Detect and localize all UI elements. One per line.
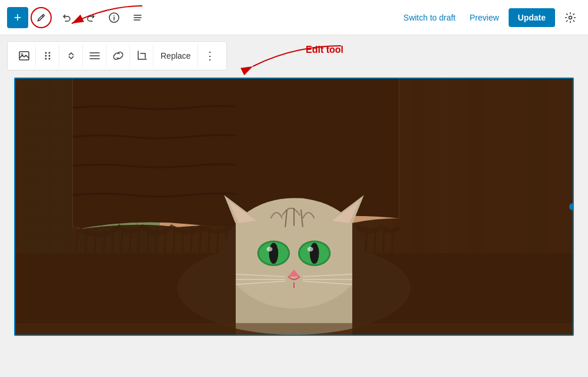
image-block-container	[7, 78, 581, 336]
toolbar-left-group: +	[7, 7, 396, 28]
align-button[interactable]	[83, 44, 106, 68]
svg-point-11	[45, 52, 46, 54]
svg-point-16	[48, 58, 50, 60]
replace-button[interactable]: Replace	[153, 44, 198, 68]
toolbar-right-group: Switch to draft Preview Update	[399, 7, 581, 28]
image-icon	[18, 50, 30, 62]
cat-scene-svg	[15, 79, 573, 335]
svg-point-99	[266, 247, 272, 251]
image-block[interactable]	[14, 78, 574, 336]
svg-rect-108	[15, 323, 573, 335]
svg-point-8	[569, 16, 572, 19]
svg-point-12	[48, 52, 50, 54]
svg-point-14	[48, 55, 50, 57]
svg-rect-9	[19, 52, 29, 60]
gear-icon	[564, 12, 576, 23]
svg-point-4	[113, 15, 115, 16]
preview-button[interactable]: Preview	[465, 9, 504, 26]
top-toolbar: +	[0, 0, 588, 35]
switch-to-draft-button[interactable]: Switch to draft	[399, 9, 460, 26]
edit-tool-arrow-svg: Edit tool	[235, 40, 353, 75]
move-up-down-button[interactable]	[59, 44, 83, 68]
drag-handle-button[interactable]	[36, 44, 59, 68]
edit-mode-button[interactable]	[31, 7, 52, 28]
block-toolbar-wrapper: Replace ⋮ Edit tool	[0, 41, 588, 70]
svg-point-13	[45, 55, 46, 57]
arrows-updown-icon	[66, 51, 76, 61]
redo-icon	[85, 12, 96, 23]
svg-point-97	[269, 243, 278, 264]
svg-point-100	[308, 247, 313, 251]
edit-tool-annotation: Edit tool	[235, 40, 353, 78]
redo-button[interactable]	[80, 7, 101, 28]
image-block-icon-button[interactable]	[12, 44, 36, 68]
crop-icon	[136, 51, 147, 61]
pencil-icon	[36, 13, 46, 22]
update-button[interactable]: Update	[509, 8, 555, 27]
svg-point-15	[45, 58, 46, 60]
list-icon	[132, 12, 143, 23]
add-block-button[interactable]: +	[7, 7, 28, 28]
undo-icon	[62, 12, 72, 23]
drag-icon	[43, 50, 52, 62]
more-options-button[interactable]: ⋮	[198, 44, 222, 68]
more-dots-icon: ⋮	[205, 51, 215, 61]
svg-text:Edit tool: Edit tool	[306, 45, 343, 55]
align-icon	[89, 51, 100, 61]
svg-line-0	[42, 15, 44, 16]
svg-point-98	[310, 243, 319, 264]
info-button[interactable]	[103, 7, 125, 28]
settings-button[interactable]	[560, 7, 581, 28]
link-icon	[112, 50, 124, 62]
link-button[interactable]	[106, 44, 130, 68]
info-icon	[108, 12, 120, 23]
undo-button[interactable]	[56, 7, 78, 28]
cat-image	[15, 79, 573, 335]
block-toolbar: Replace ⋮	[7, 41, 227, 70]
scroll-handle[interactable]	[569, 203, 574, 210]
list-view-button[interactable]	[127, 7, 148, 28]
crop-button[interactable]	[130, 44, 153, 68]
